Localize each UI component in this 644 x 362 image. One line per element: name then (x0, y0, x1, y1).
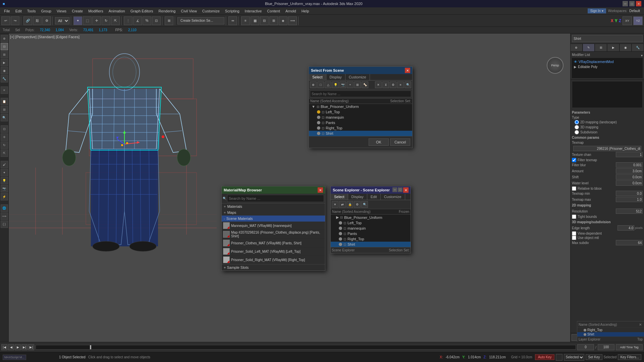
mat-item-prisoner-clothes[interactable]: Prisoner_Clothes_MAT (VRayMtl) [Pants, S… (222, 239, 325, 247)
sd-filter-geom-btn[interactable]: □ (317, 81, 324, 88)
tree-item-pants[interactable]: ⊡ Pants (309, 120, 412, 125)
sidebar-select-icon[interactable]: ⊡ (1, 125, 8, 133)
se-lefttop[interactable]: ⊡ Left_Top (331, 220, 411, 226)
sidebar-rotate-icon[interactable]: ↻ (1, 141, 8, 149)
modifier-vray-displacement[interactable]: 👁 VRayDisplacementMod (573, 59, 641, 64)
mini-shirt[interactable]: Shirt (577, 332, 644, 337)
sidebar-create-icon[interactable]: ⊕ (1, 35, 8, 42)
schematic-button[interactable]: ⊞ (269, 16, 278, 25)
se-tab-edit[interactable]: Edit (367, 194, 381, 200)
tree-item-root[interactable]: ▼ ⊟ Blue_Prisoner_Uniform (309, 104, 412, 109)
type-3d-radio[interactable]: 3D mapping (575, 125, 643, 129)
sd-invert-btn[interactable]: ⊻ (382, 81, 389, 88)
type-2d-radio[interactable]: 2D mapping (landscape) (575, 120, 643, 124)
menu-tools[interactable]: Tools (24, 7, 39, 15)
se-min-btn[interactable]: ─ (392, 187, 397, 192)
menu-views[interactable]: Views (54, 7, 69, 15)
mat-editor-button[interactable]: ◈ (279, 16, 287, 25)
tree-item-shirt[interactable]: ⊡ Shirt (309, 131, 412, 136)
se-pants[interactable]: ⊡ Pants (331, 231, 411, 236)
select-search-input[interactable] (310, 90, 411, 97)
rp-display-btn[interactable]: ◉ (620, 44, 632, 51)
menu-scripting[interactable]: Scripting (222, 7, 242, 15)
menu-civil-view[interactable]: Civil View (178, 7, 199, 15)
link-button[interactable]: 🔗 (23, 16, 32, 25)
amount-input[interactable] (616, 168, 643, 174)
view-dependent-checkbox[interactable] (572, 231, 576, 236)
total-frames-input[interactable] (598, 344, 614, 350)
next-frame-btn[interactable]: ▶| (28, 344, 34, 350)
select-tab-display[interactable]: Display (326, 74, 345, 80)
minimize-button[interactable]: ─ (623, 1, 628, 6)
se-shirt[interactable]: ⊡ Shirt (331, 242, 411, 247)
prev-key-btn[interactable]: ◀ (8, 344, 14, 350)
texture-chan-input[interactable] (616, 152, 643, 157)
sidebar-move-icon[interactable]: ✛ (1, 133, 8, 141)
menu-content[interactable]: Content (264, 7, 283, 15)
sidebar-render2-icon[interactable]: ⟹ (1, 213, 8, 220)
mat-section-maps[interactable]: + Maps (222, 209, 325, 216)
sidebar-scale-icon[interactable]: ⇱ (1, 149, 8, 157)
graph-button[interactable]: ⊟ (260, 16, 269, 25)
texmap-min-input[interactable] (616, 191, 643, 196)
sidebar-hierarchy-icon[interactable]: ⊞ (1, 51, 8, 58)
select-cancel-button[interactable]: Cancel (390, 138, 410, 146)
rp-hierarchy-btn[interactable]: ⊞ (595, 44, 607, 51)
current-frame-input[interactable] (577, 344, 594, 350)
sidebar-camera-icon[interactable]: 📷 (1, 185, 8, 192)
select-button[interactable]: ✦ (73, 16, 82, 25)
layers-button[interactable]: ≡ (241, 16, 250, 25)
sidebar-zoom-icon[interactable]: 🔍 (1, 114, 8, 121)
se-close-btn[interactable]: ✕ (403, 187, 409, 193)
scale-button[interactable]: ⇱ (111, 16, 120, 25)
render-button[interactable]: ⟹ (288, 16, 297, 25)
filter-texmap-checkbox[interactable] (572, 158, 576, 162)
add-time-tag-btn[interactable]: Add Time Tag (616, 344, 643, 350)
menu-create[interactable]: Create (69, 7, 86, 15)
sd-filter-space-btn[interactable]: ⊞ (354, 81, 361, 88)
timeline-slider[interactable] (36, 345, 576, 350)
se-tree-root[interactable]: ▶ ⊟ Blue_Prisoner_Uniform (331, 215, 411, 220)
sidebar-layer-icon[interactable]: ⊞ (1, 106, 8, 113)
maximize-button[interactable]: □ (629, 1, 635, 6)
resolution-input[interactable] (616, 208, 643, 214)
menu-file[interactable]: File (1, 7, 13, 15)
rp-motion-btn[interactable]: ▶ (607, 44, 620, 51)
navigation-compass[interactable]: Persp (547, 57, 564, 74)
filter-dropdown[interactable]: All (55, 17, 69, 24)
mini-close-btn[interactable]: ✕ (638, 322, 643, 327)
sd-filter-light-btn[interactable]: 💡 (332, 81, 339, 88)
menu-help[interactable]: Help (299, 7, 312, 15)
se-sync-btn[interactable]: ⇄ (339, 201, 346, 208)
play-btn[interactable]: ▶ (15, 344, 21, 350)
yz-plane-button[interactable]: YZ (633, 16, 643, 25)
menu-animation[interactable]: Animation (106, 7, 128, 15)
sidebar-display-icon[interactable]: ◉ (1, 67, 8, 74)
water-level-input[interactable] (616, 180, 643, 186)
use-object-mtl-checkbox[interactable] (572, 236, 576, 240)
se-options-btn[interactable]: ⚙ (354, 201, 361, 208)
tree-item-mannequin[interactable]: ⊡ mannequin (309, 115, 412, 120)
modifier-list-dropdown[interactable]: ▾ (641, 54, 643, 57)
move-button[interactable]: ✛ (92, 16, 101, 25)
mat-sample-slots[interactable]: + Sample Slots (222, 264, 325, 270)
mat-item-map-clothes[interactable]: Map #2070298216 (Prisoner_Clothes_displa… (222, 230, 325, 239)
se-filter-btn[interactable]: 🔍 (361, 201, 368, 208)
mirror-button[interactable]: ⇔ (228, 16, 237, 25)
sd-filter-shape-btn[interactable]: △ (325, 81, 331, 88)
type-subdiv-radio[interactable]: Subdivision (575, 130, 643, 134)
menu-customize[interactable]: Customize (200, 7, 222, 15)
mat-item-solid-right[interactable]: Prisoner_Solid_Right_MAT (VRayMtl) [Righ… (222, 256, 325, 264)
snaps-toggle[interactable]: ⋮ (124, 16, 132, 25)
angle-snap[interactable]: ∡ (133, 16, 142, 25)
se-tab-display[interactable]: Display (348, 194, 367, 200)
key-filters-btn[interactable]: Key Filters... (618, 354, 641, 360)
bind-button[interactable]: ⚙ (42, 16, 51, 25)
rp-modify-btn[interactable]: ✎ (583, 44, 595, 51)
rp-utilities-btn[interactable]: 🔧 (632, 44, 644, 51)
set-key-btn[interactable]: Set Key (586, 354, 602, 360)
sd-filter-all-btn[interactable]: ⊕ (310, 81, 317, 88)
menu-edit[interactable]: Edit (13, 7, 24, 15)
shift-input[interactable] (616, 174, 643, 180)
menu-arnold[interactable]: Arnold (283, 7, 299, 15)
